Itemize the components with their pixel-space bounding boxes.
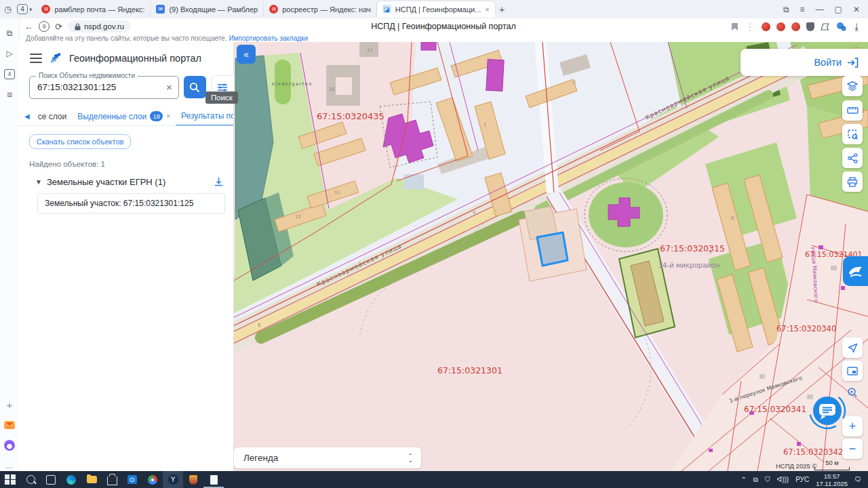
outlook-icon[interactable]: O — [122, 471, 142, 488]
display-icon[interactable]: ⧉ — [753, 476, 758, 484]
minimize-icon[interactable]: — — [816, 5, 824, 14]
parcel-result-item[interactable]: Земельный участок: 67:15:0321301:125 — [37, 193, 225, 214]
tab-label: Выделенные слои — [77, 112, 146, 121]
ruler-icon — [847, 106, 859, 115]
system-tray: ⌃ ⧉ ⛉ ᐊ))) РУС 15:57 17.11.2025 🗨 — [741, 472, 868, 487]
browser-tab-active[interactable]: ◪ НСПД | Геоинформаци... × — [377, 1, 495, 18]
share-tool-button[interactable] — [842, 148, 863, 168]
search-input[interactable] — [30, 82, 160, 92]
clock[interactable]: 15:57 17.11.2025 — [816, 472, 848, 487]
zoom-out-button[interactable]: − — [842, 439, 863, 459]
search-row: Поиск Объекты недвижимости × — [29, 75, 226, 99]
network-icon[interactable]: ⛉ — [765, 476, 770, 484]
alice-assistant-icon[interactable] — [4, 440, 15, 451]
notification-center-icon[interactable]: 🗨 — [854, 476, 861, 483]
date-label: 17.11.2025 — [816, 480, 848, 487]
layers-icon — [847, 81, 858, 92]
more-dots-icon[interactable]: … — [4, 460, 15, 471]
adblock-shield-icon[interactable] — [806, 22, 814, 31]
yandex-favicon: Я — [41, 5, 50, 14]
tab-search-results[interactable]: Результаты поиска 1 × — [176, 107, 233, 126]
import-bookmarks-link[interactable]: Импортировать закладки — [229, 35, 308, 42]
video-play-icon[interactable]: ▷ — [4, 48, 15, 59]
tab-title: НСПД | Геоинформаци... — [395, 5, 481, 14]
select-area-tool-button[interactable] — [842, 124, 863, 144]
close-tab-icon[interactable]: × — [166, 113, 170, 120]
chrome-icon[interactable] — [142, 471, 163, 488]
tab-title: рамблер почта — Яндекс: — [54, 5, 144, 14]
download-group-icon[interactable] — [214, 177, 224, 187]
collapse-panel-button[interactable]: « — [237, 45, 256, 64]
measure-tool-button[interactable] — [842, 100, 863, 121]
tabs-counter-tile[interactable]: 4 — [4, 68, 15, 79]
language-indicator[interactable]: РУС — [795, 476, 809, 483]
close-window-icon[interactable]: ✕ — [853, 5, 860, 14]
scale-label: 50 м — [825, 459, 839, 466]
minimap-button[interactable] — [842, 361, 863, 381]
yandex-browser-icon[interactable]: Y — [163, 471, 183, 488]
start-button[interactable] — [0, 471, 20, 488]
history-clock-icon[interactable]: ◷ — [4, 4, 12, 14]
browser-tab-2[interactable]: ✉ (9) Входящие — Рамблер — [151, 2, 264, 17]
map-canvas[interactable]: kindergarten 67:15:0320435 67:15:0320315… — [234, 42, 868, 471]
screenshot-icon[interactable]: ⧈ — [4, 89, 15, 100]
nspd-favicon: ◪ — [382, 5, 391, 14]
map-container[interactable]: kindergarten 67:15:0320435 67:15:0320315… — [234, 42, 868, 471]
legend-label: Легенда — [234, 453, 408, 463]
tab-counter[interactable]: 4 ▾ — [17, 4, 32, 14]
legend-dropdown[interactable]: Легенда ⌃⌄ — [234, 447, 421, 468]
mail-icon[interactable] — [4, 420, 15, 430]
tabs-scroll-left-icon[interactable]: ◀ — [19, 113, 33, 120]
download-icon[interactable]: ⭳ — [852, 22, 861, 32]
browser-tab-3[interactable]: Я росреестр — Яндекс: нач — [264, 2, 377, 17]
new-tab-button[interactable]: + — [499, 3, 505, 15]
tab-all-layers[interactable]: се слои — [33, 107, 73, 125]
microsoft-store-icon[interactable] — [102, 471, 122, 488]
tab-selected-layers[interactable]: Выделенные слои 18 × — [72, 107, 176, 125]
search-field[interactable]: Поиск Объекты недвижимости × — [29, 76, 179, 99]
sync-profile-icon[interactable] — [836, 22, 846, 31]
extension-icon-3[interactable] — [791, 22, 800, 31]
volume-icon[interactable]: ᐊ))) — [776, 476, 789, 483]
menu-burger-icon[interactable] — [30, 54, 42, 63]
tab-title: (9) Входящие — Рамблер — [169, 5, 258, 14]
extension-icon-2[interactable] — [776, 22, 785, 31]
close-tab-icon[interactable]: × — [485, 5, 489, 14]
clear-search-icon[interactable]: × — [160, 81, 178, 93]
unfold-icon: ⌃⌄ — [408, 454, 421, 462]
login-bar[interactable]: Войти — [741, 49, 868, 76]
back-icon[interactable]: ← — [24, 22, 33, 32]
app-crest-icon[interactable] — [183, 471, 203, 488]
url-field[interactable]: nspd.gov.ru — [68, 20, 131, 33]
edge-icon[interactable] — [61, 471, 81, 488]
notepad-icon[interactable] — [203, 471, 224, 488]
search-button[interactable] — [184, 76, 206, 98]
bookmark-icon[interactable] — [731, 22, 738, 31]
print-tool-button[interactable] — [842, 171, 863, 192]
extension-icon-1[interactable] — [762, 22, 770, 31]
browser-menu-icon[interactable]: ≡ — [800, 5, 805, 14]
microdistrict-label: 34-й микрорайон — [658, 262, 719, 269]
highlighted-parcel[interactable] — [537, 232, 568, 266]
task-view-button[interactable] — [41, 471, 61, 488]
layers-tool-button[interactable] — [842, 76, 863, 96]
tab-panel-icon[interactable]: ⧉ — [783, 5, 789, 14]
refresh-icon[interactable]: ⟳ — [55, 22, 62, 32]
download-objects-list-button[interactable]: Скачать список объектов — [29, 134, 131, 149]
add-panel-icon[interactable]: + — [4, 399, 15, 410]
nspd-bird-icon — [847, 262, 865, 280]
browser-tab-1[interactable]: Я рамблер почта — Яндекс: — [36, 2, 151, 17]
tray-expand-icon[interactable]: ⌃ — [741, 476, 746, 483]
locate-me-button[interactable] — [842, 338, 863, 358]
nspd-logo-button[interactable] — [843, 256, 868, 286]
chat-widget-button[interactable] — [808, 392, 846, 430]
rambler-counter-icon[interactable]: 9 — [39, 21, 50, 32]
file-explorer-icon[interactable] — [81, 471, 102, 488]
maximize-icon[interactable]: ▢ — [835, 5, 842, 14]
sidebar-toggle-icon[interactable]: ⧉ — [4, 28, 15, 39]
bookmarks-hint-bar: Добавляйте на эту панель сайты, которые … — [19, 35, 868, 42]
flag-icon[interactable] — [821, 22, 830, 30]
browser-tab-bar: ◷ 4 ▾ Я рамблер почта — Яндекс: ✉ (9) Вх… — [0, 0, 868, 19]
results-group-row[interactable]: ▼ Земельные участки ЕГРН (1) — [35, 177, 224, 187]
taskbar-search-button[interactable] — [20, 471, 41, 488]
